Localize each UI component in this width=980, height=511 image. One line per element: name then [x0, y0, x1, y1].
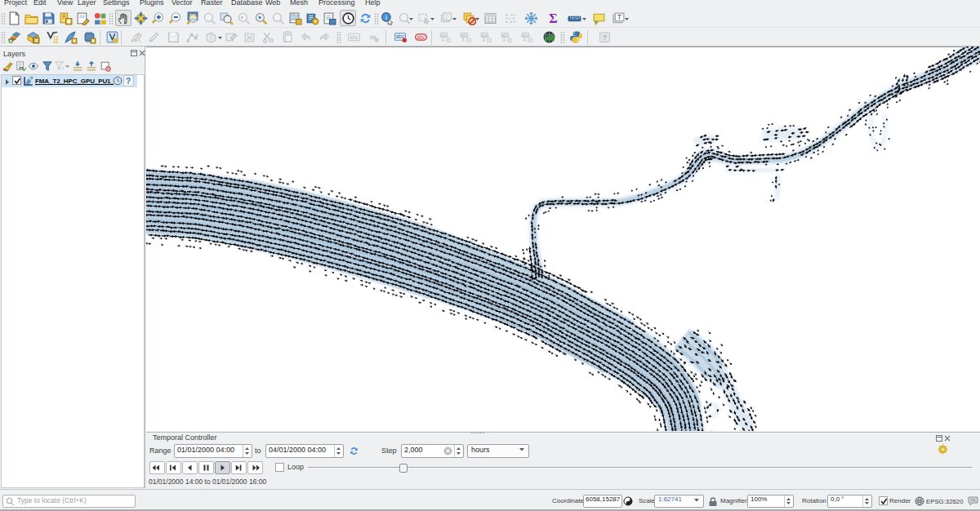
svg-text:abc: abc — [441, 33, 448, 38]
svg-text:abc: abc — [482, 33, 488, 38]
svg-text:abc: abc — [461, 33, 468, 38]
svg-text:abc: abc — [523, 33, 529, 38]
svg-text:abc: abc — [502, 33, 509, 38]
svg-text:abc: abc — [416, 34, 425, 40]
svg-text:?: ? — [603, 33, 608, 42]
svg-text:abc: abc — [350, 34, 359, 40]
svg-text:Σ: Σ — [549, 11, 557, 25]
svg-text:T: T — [617, 13, 622, 21]
